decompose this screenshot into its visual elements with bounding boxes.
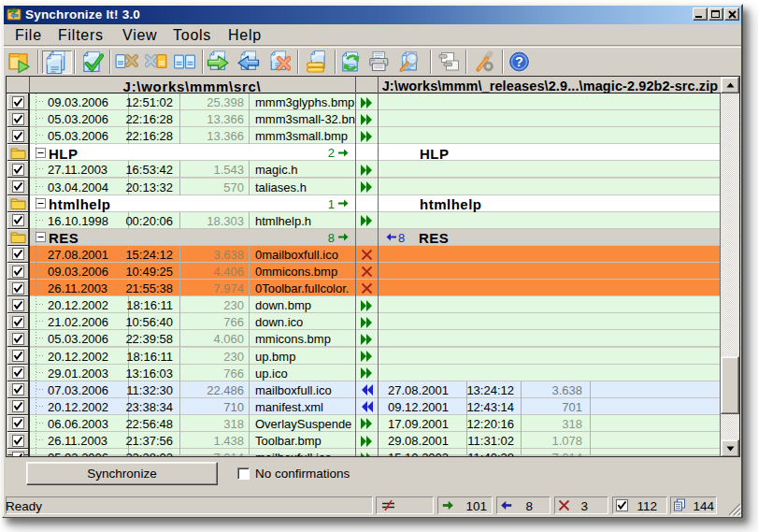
svg-text:?: ?: [515, 54, 523, 69]
